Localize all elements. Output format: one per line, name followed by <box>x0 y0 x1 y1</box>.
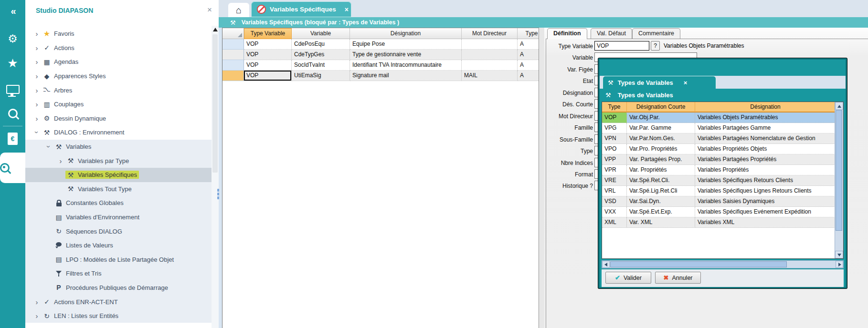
cell[interactable]: VPR <box>602 165 627 175</box>
expander-collapsed-icon[interactable]: › <box>32 298 42 306</box>
modules-gear-icon[interactable]: ⚙ <box>0 32 25 45</box>
sidebar-item-variables-par-type[interactable]: ›⚒Variables par Type <box>25 154 212 168</box>
help-button[interactable]: ? <box>651 41 660 51</box>
rail-active-item[interactable] <box>0 153 25 183</box>
tab-variables-specifiques[interactable]: Variables Spécifiques × <box>251 1 351 17</box>
dialog-close-icon[interactable]: × <box>684 79 688 86</box>
grid-left-scrollstrip[interactable] <box>219 28 222 328</box>
sidebar-close-icon[interactable]: × <box>207 5 212 15</box>
scrollbar-thumb[interactable] <box>212 34 218 173</box>
collapse-sidebar-icon[interactable]: « <box>0 6 25 17</box>
sidebar-item-actions[interactable]: ›✓Actions <box>25 41 212 55</box>
sidebar-item-proc-dures-publiques-de-d-marrage[interactable]: PProcédures Publiques de Démarrage <box>25 281 212 295</box>
scroll-up-button[interactable] <box>835 102 843 110</box>
cell[interactable]: VPG <box>602 123 627 133</box>
column-header-d-signation-courte[interactable]: Désignation Courte <box>627 102 695 113</box>
column-header-mot-directeur[interactable]: Mot Directeur <box>462 28 518 39</box>
cell[interactable]: Var.Par. Gamme <box>627 123 695 133</box>
type-row-vrl[interactable]: VRLVar.Spé.Lig.Ret.CliVariables Spécifiq… <box>602 186 843 196</box>
sidebar-item-couplages[interactable]: ›▥Couplages <box>25 97 212 112</box>
cell[interactable]: Type de gestionnaire vente <box>350 50 462 60</box>
scroll-up-icon[interactable] <box>213 28 218 31</box>
sidebar-item-constantes-globales[interactable]: Constantes Globales <box>25 196 212 210</box>
cell[interactable]: SocIdTvaInt <box>292 60 350 71</box>
sidebar-item-arbres[interactable]: ›⌥Arbres <box>25 83 212 97</box>
expander-collapsed-icon[interactable]: › <box>32 58 42 66</box>
expander-collapsed-icon[interactable]: › <box>32 312 42 320</box>
expander-collapsed-icon[interactable]: › <box>32 86 42 94</box>
vertical-scrollbar[interactable] <box>835 102 843 258</box>
sidebar-item-variables-tout-type[interactable]: ⚒Variables Tout Type <box>25 182 212 196</box>
cell[interactable]: VOP <box>244 50 292 60</box>
cell[interactable]: VOP <box>244 39 292 50</box>
scroll-down-button[interactable] <box>835 251 843 258</box>
expander-expanded-icon[interactable]: › <box>33 128 41 137</box>
table-row[interactable]: VOPSocIdTvaIntIdentifiant TVA Intracommu… <box>222 60 539 71</box>
cell[interactable]: Variables Spécifiques Evénement Expéditi… <box>695 207 836 217</box>
cell[interactable]: Variables Partagées Propriétés <box>695 154 836 165</box>
euro-document-icon[interactable]: € <box>0 133 25 145</box>
cell[interactable]: Var.Pro. Propriétés <box>627 144 695 154</box>
tab-home[interactable]: ⌂ <box>228 3 249 17</box>
cell[interactable] <box>462 39 518 50</box>
column-header-variable[interactable]: Variable <box>292 28 350 39</box>
horizontal-scrollbar[interactable] <box>602 260 844 268</box>
scrollbar-thumb[interactable] <box>610 261 787 267</box>
tab-commentaire[interactable]: Commentaire <box>632 28 680 39</box>
tab-close-icon[interactable]: × <box>345 6 349 13</box>
sidebar-item-dessin-dynamique[interactable]: ›⚙Dessin Dynamique <box>25 112 212 126</box>
cell[interactable]: Var.Obj.Par. <box>627 113 695 123</box>
annuler-button[interactable]: ✖ Annuler <box>655 272 701 284</box>
cell[interactable]: UtiEmaSig <box>292 71 350 81</box>
cell[interactable]: CdeTypGes <box>292 50 350 60</box>
cell[interactable]: Signature mail <box>350 71 462 81</box>
cell[interactable]: VRL <box>602 186 627 196</box>
expander-collapsed-icon[interactable]: › <box>32 100 42 108</box>
sidebar-item-lpo-mod-les-de-liste-partag-e-objet[interactable]: ▤LPO : Modèles de Liste Partagée Objet <box>25 253 212 267</box>
cell[interactable]: CdePosEqu <box>292 39 350 50</box>
cell[interactable]: VRE <box>602 175 627 186</box>
cell[interactable]: Variables Partagées Gamme <box>695 123 836 133</box>
sidebar-item-listes-de-valeurs[interactable]: Listes de Valeurs <box>25 238 212 253</box>
row-selector-cell[interactable] <box>222 71 244 81</box>
cell[interactable]: Var.Spé.Ret.Cli. <box>627 175 695 186</box>
cell[interactable]: MAIL <box>462 71 518 81</box>
scroll-right-button[interactable] <box>836 261 843 268</box>
sidebar-item-s-quences-dialog[interactable]: ↻Séquences DIALOG <box>25 224 212 238</box>
row-selector-cell[interactable] <box>222 39 244 50</box>
cell[interactable]: Var.Spé.Evt.Exp. <box>627 207 695 217</box>
cell[interactable]: VOP <box>244 60 292 71</box>
screens-monitor-icon[interactable] <box>0 85 25 95</box>
tab-val-defaut[interactable]: Val. Défaut <box>591 28 632 39</box>
column-header-type[interactable]: Type <box>602 102 627 113</box>
type-row-vsd[interactable]: VSDVar.Sai.Dyn.Variables Saisies Dynamiq… <box>602 196 843 207</box>
cell[interactable]: Variables Propriétés <box>695 165 836 175</box>
type-row-vre[interactable]: VREVar.Spé.Ret.Cli.Variables Spécifiques… <box>602 175 843 186</box>
dialog-tab[interactable]: ⚒ Types de Variables × <box>603 76 716 89</box>
select-all-corner-cell[interactable] <box>222 28 244 39</box>
valider-button[interactable]: ✔ Valider <box>605 272 651 284</box>
favorites-star-icon[interactable]: ★ <box>0 56 25 70</box>
column-header-type[interactable]: Type <box>518 28 539 39</box>
scrollbar-thumb[interactable] <box>836 110 842 231</box>
type-variable-input[interactable]: VOP <box>594 41 649 51</box>
sidebar-item-apparences-styles[interactable]: ›◆Apparences Styles <box>25 69 212 83</box>
sidebar-item-len-listes-sur-entit-s[interactable]: ›↻LEN : Listes sur Entités <box>25 309 212 323</box>
expander-collapsed-icon[interactable]: › <box>32 114 42 123</box>
scroll-left-button[interactable] <box>602 261 610 268</box>
type-row-vpn[interactable]: VPNVar.Par.Nom.Ges.Variables Partagées N… <box>602 133 843 144</box>
expander-collapsed-icon[interactable]: › <box>32 72 42 80</box>
type-row-vpp[interactable]: VPPVar. Partagées Prop.Variables Partagé… <box>602 154 843 165</box>
cell[interactable] <box>462 50 518 60</box>
search-icon[interactable] <box>0 109 25 121</box>
sidebar-item-agendas[interactable]: ›▦Agendas <box>25 55 212 69</box>
cell[interactable]: VSD <box>602 196 627 207</box>
cell[interactable]: Variables XML <box>695 217 836 228</box>
column-header-d-signation[interactable]: Désignation <box>350 28 462 39</box>
expander-collapsed-icon[interactable]: › <box>56 157 65 165</box>
sidebar-item-actions-enr-act-ent[interactable]: ›✓Actions ENR-ACT-ENT <box>25 295 212 309</box>
cell[interactable]: XML <box>602 217 627 228</box>
cell[interactable]: VPN <box>602 133 627 144</box>
sidebar-item-variables[interactable]: ›⚒Variables <box>25 140 212 154</box>
cell[interactable]: Var.Sai.Dyn. <box>627 196 695 207</box>
